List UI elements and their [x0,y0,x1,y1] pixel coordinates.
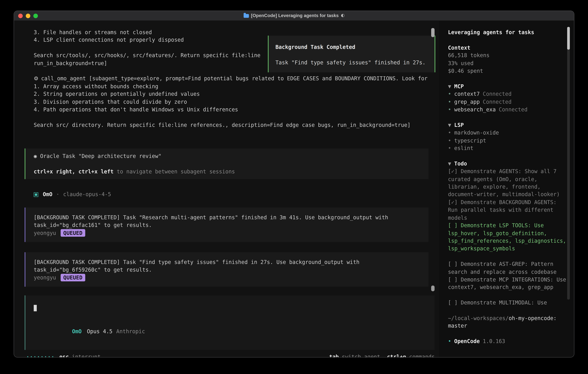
app-version-row: •OpenCode1.0.163 [448,337,567,345]
blank-line [34,312,434,320]
commands-key-hint: ctrl+p [387,353,406,357]
agent-icon [34,192,38,197]
mcp-item-name: websearch_exa [454,106,496,113]
message-author: yeongyu [34,230,56,236]
commands-key-label: commands [409,353,435,357]
lsp-item: •typescript [448,136,567,144]
terminal-line [34,113,439,121]
bullet-icon: • [448,91,451,97]
todo-item: [✓] Demonstrate AGENTS: Show all 7 curat… [448,167,567,198]
chevron-down-icon: ▼ [448,83,451,89]
oracle-task-title: ◉ Oracle Task "Deep architecture review" [34,152,429,160]
mcp-section-header[interactable]: ▼MCP [448,83,567,90]
todo-item: [ ] Demonstrate LSP TOOLS: Use lsp_hover… [448,222,567,252]
mcp-item: •websearch_exaConnected [448,106,567,113]
mcp-item-name: context7 [454,91,480,97]
lsp-heading-text: LSP [454,122,464,128]
notification-toast: Background Task Completed Task "Find typ… [268,36,435,73]
tool-call-text: call_omo_agent [subagent_type=explore, p… [41,75,428,82]
prompt-input[interactable]: OmOOpus 4.5Anthropic [25,295,434,350]
context-heading-text: Context [448,44,470,51]
notification-title: Background Task Completed [275,43,429,51]
model-selector-row[interactable]: OmOOpus 4.5Anthropic [34,320,434,343]
workspace-repo: oh-my-opencode: [509,315,556,321]
bullet-icon: • [448,338,451,344]
gear-icon: ⚙ [34,75,39,82]
message-text-line: task_id="bg_dcfac161" to get results. [34,221,429,229]
window-title: [OpenCode] Leveraging agents for tasks ◐ [14,12,574,20]
todo-heading-text: Todo [454,161,467,166]
text-cursor [34,305,37,312]
status-badge: QUEUED [61,229,85,237]
mcp-item: •grep_appConnected [448,98,567,105]
agent-name: OmO [43,191,52,198]
message-meta: yeongyuQUEUED [34,274,429,281]
lsp-item-name: markdown-oxide [454,130,499,136]
oracle-title-text: Oracle Task "Deep architecture review" [40,153,161,159]
main-scrollbar-thumb[interactable] [431,285,435,291]
lsp-item-name: eslint [454,145,473,151]
status-badge: QUEUED [61,274,85,281]
tab-key-hint: tab [329,353,339,357]
esc-key-hint: esc [59,353,69,357]
message-meta: yeongyuQUEUED [34,229,429,237]
bullet-icon: • [448,137,451,144]
tab-key-label: switch agent [342,353,380,357]
window-titlebar[interactable]: [OpenCode] Leveraging agents for tasks ◐ [14,11,574,21]
app-name: OpenCode [454,338,480,344]
status-left: ········ esc interrupt [26,353,101,357]
message-text-line: [BACKGROUND TASK COMPLETED] Task "Find t… [34,258,429,266]
message-text-line: task_id="bg_6f59260c" to get results. [34,266,429,274]
terminal-line: 3. Division operations that could divide… [34,98,439,105]
chevron-down-icon: ▼ [448,161,451,166]
prompt-input-line[interactable] [34,305,434,312]
tool-call-line: ⚙call_omo_agent [subagent_type=explore, … [34,75,439,83]
input-agent-name: OmO [72,329,82,335]
context-heading: Context [448,44,567,52]
main-scrollbar-thumb[interactable] [431,28,435,37]
workspace-branch: master [448,323,467,329]
bullet-icon: • [448,145,451,151]
message-block: [BACKGROUND TASK COMPLETED] Task "Find t… [25,252,428,287]
hint-text: to navigate between subagent sessions [114,168,235,175]
status-right: tab switch agent ctrl+p commands [329,353,435,357]
message-block: [BACKGROUND TASK COMPLETED] Task "Resear… [25,208,428,242]
sidebar-scrollbar-thumb[interactable] [567,27,570,50]
blank-line [34,160,429,168]
workspace-path-prefix: ~/local-workspaces/ [448,315,509,321]
message-author: yeongyu [34,274,56,280]
mcp-item-name: grep_app [454,99,480,105]
todo-item: [✓] Demonstrate BACKGROUND AGENTS: Run p… [448,198,567,222]
sidebar: Leveraging agents for tasks Context 66,5… [439,21,574,357]
terminal-line: 3. File handles or streams not closed [34,28,439,36]
input-provider-name: Anthropic [116,329,145,335]
terminal-line: 2. String operations on potentially unde… [34,90,439,98]
lsp-item-name: typescript [454,137,486,144]
sidebar-scrollbar-track[interactable] [567,27,570,300]
mcp-item-status: Connected [483,99,512,105]
bullet-icon: • [448,106,451,113]
terminal-line: 1. Array access without bounds checking [34,83,439,90]
session-timer-icon: ◐ [341,12,345,20]
message-text-line: [BACKGROUND TASK COMPLETED] Task "Resear… [34,213,429,221]
session-title: Leveraging agents for tasks [448,28,567,36]
esc-key-label: interrupt [72,353,101,357]
input-model-name: Opus 4.5 [87,329,113,335]
app-version-number: 1.0.163 [483,338,505,344]
todo-item: [ ] Demonstrate MCP INTEGRATIONS: Use co… [448,276,567,291]
blank-line [275,51,429,59]
mcp-item-status: Connected [499,106,527,113]
subagent-nav-hint: ctrl+x right, ctrl+x left to navigate be… [34,168,429,176]
todo-section-header[interactable]: ▼Todo [448,160,567,167]
status-bar: ········ esc interrupt tab switch agent … [26,353,435,357]
spinner-dots: ········ [26,353,55,357]
context-spent: $0.46 spent [448,67,567,75]
context-tokens: 66,518 tokens [448,52,567,59]
bullet-icon: • [448,99,451,105]
agent-header: OmO · claude-opus-4-5 [34,191,439,198]
separator-dot: · [56,191,59,198]
mcp-item-status: Connected [483,91,512,97]
lsp-section-header[interactable]: ▼LSP [448,121,567,129]
todo-item: [ ] Demonstrate MULTIMODAL: Use [448,299,567,306]
mcp-heading-text: MCP [454,83,464,89]
